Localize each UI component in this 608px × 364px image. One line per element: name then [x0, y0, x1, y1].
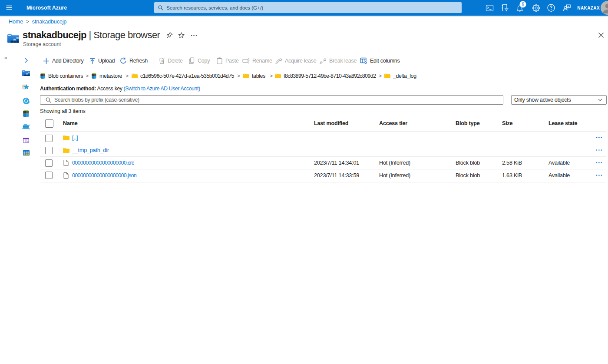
svg-text:6: 6	[522, 2, 524, 7]
